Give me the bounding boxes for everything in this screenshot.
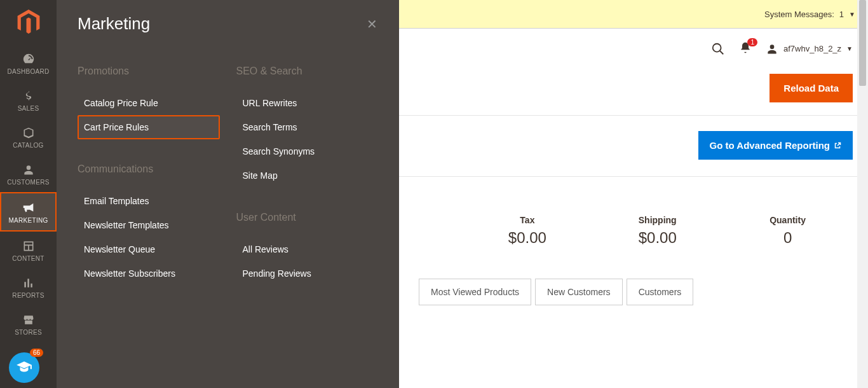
section-seo-title: SEO & Search	[236, 66, 379, 77]
nav-label: CONTENT	[12, 255, 44, 262]
marketing-flyout: Marketing ✕ Promotions Catalog Price Rul…	[57, 0, 399, 388]
nav-sales[interactable]: SALES	[0, 81, 57, 118]
tab-most-viewed[interactable]: Most Viewed Products	[419, 279, 531, 305]
nav-label: SALES	[18, 105, 39, 112]
link-site-map[interactable]: Site Map	[236, 163, 379, 188]
store-icon	[21, 312, 36, 328]
sysmsg-count: 1	[839, 10, 844, 19]
reload-data-button[interactable]: Reload Data	[770, 74, 853, 102]
layout-icon	[21, 239, 36, 254]
link-search-synonyms[interactable]: Search Synonyms	[236, 139, 379, 163]
stat-tax: Tax $0.00	[462, 215, 592, 247]
nav-dashboard[interactable]: DASHBOARD	[0, 45, 57, 81]
close-icon[interactable]: ✕	[365, 18, 378, 31]
nav-stores[interactable]: STORES	[0, 305, 57, 342]
scrollbar-thumb[interactable]	[859, 0, 866, 86]
sysmsg-counter[interactable]: System Messages: 1 ▼	[764, 10, 855, 19]
nav-marketing[interactable]: MARKETING	[0, 192, 57, 232]
help-gradcap[interactable]: 66	[9, 352, 39, 383]
link-newsletter-subscribers[interactable]: Newsletter Subscribers	[78, 261, 220, 286]
section-promotions-title: Promotions	[78, 66, 220, 77]
nav-label: REPORTS	[12, 292, 44, 299]
gradcap-badge: 66	[30, 349, 43, 357]
stat-label: Quantity	[770, 215, 806, 225]
stat-shipping: Shipping $0.00	[592, 215, 722, 247]
advanced-reporting-button[interactable]: Go to Advanced Reporting	[698, 131, 853, 160]
link-search-terms[interactable]: Search Terms	[236, 115, 379, 139]
graduation-cap-icon	[16, 359, 32, 376]
dollar-icon	[21, 88, 36, 104]
user-icon	[766, 43, 778, 55]
notifications-bell[interactable]: 1	[739, 41, 752, 57]
nav-label: MARKETING	[8, 217, 48, 224]
bars-icon	[21, 275, 36, 291]
link-url-rewrites[interactable]: URL Rewrites	[236, 91, 379, 115]
nav-label: CATALOG	[13, 142, 43, 149]
tab-new-customers[interactable]: New Customers	[535, 279, 623, 305]
magento-logo-icon	[17, 10, 40, 35]
stat-value: $0.00	[508, 229, 546, 247]
link-email-templates[interactable]: Email Templates	[78, 189, 220, 213]
external-link-icon	[834, 142, 841, 149]
nav-reports[interactable]: REPORTS	[0, 268, 57, 305]
tab-customers[interactable]: Customers	[627, 279, 694, 305]
nav-label: STORES	[15, 329, 42, 336]
nav-catalog[interactable]: CATALOG	[0, 118, 57, 155]
svg-line-1	[720, 50, 724, 54]
nav-content[interactable]: CONTENT	[0, 232, 57, 268]
megaphone-icon	[21, 200, 36, 216]
gauge-icon	[21, 52, 36, 67]
link-cart-price-rules[interactable]: Cart Price Rules	[78, 115, 220, 139]
stat-value: 0	[783, 229, 792, 247]
nav-label: CUSTOMERS	[7, 179, 49, 186]
stat-quantity: Quantity 0	[722, 215, 853, 247]
link-pending-reviews[interactable]: Pending Reviews	[236, 261, 379, 286]
person-icon	[21, 162, 36, 177]
username: af7whv_h8_2_z	[783, 44, 841, 53]
flyout-title: Marketing	[78, 14, 150, 34]
user-menu[interactable]: af7whv_h8_2_z ▼	[766, 43, 853, 55]
advanced-reporting-label: Go to Advanced Reporting	[710, 140, 830, 151]
section-communications-title: Communications	[78, 163, 220, 175]
scrollbar-track[interactable]	[857, 0, 868, 388]
magento-logo[interactable]	[0, 0, 57, 45]
box-icon	[21, 125, 36, 141]
section-user-content-title: User Content	[236, 212, 379, 223]
search-icon[interactable]	[711, 42, 725, 56]
nav-label: DASHBOARD	[7, 68, 49, 75]
sysmsg-label: System Messages:	[764, 10, 834, 19]
stat-label: Tax	[520, 215, 534, 225]
nav-customers[interactable]: CUSTOMERS	[0, 155, 57, 192]
svg-point-0	[713, 43, 721, 52]
link-newsletter-templates[interactable]: Newsletter Templates	[78, 213, 220, 237]
stat-label: Shipping	[639, 215, 677, 225]
bell-badge: 1	[747, 38, 757, 46]
admin-sidebar: DASHBOARD SALES CATALOG CUSTOMERS MARKET…	[0, 0, 57, 388]
link-all-reviews[interactable]: All Reviews	[236, 237, 379, 261]
link-newsletter-queue[interactable]: Newsletter Queue	[78, 237, 220, 261]
chevron-down-icon[interactable]: ▼	[849, 11, 855, 18]
link-catalog-price-rule[interactable]: Catalog Price Rule	[78, 91, 220, 115]
chevron-down-icon: ▼	[846, 45, 853, 52]
stat-value: $0.00	[639, 229, 677, 247]
